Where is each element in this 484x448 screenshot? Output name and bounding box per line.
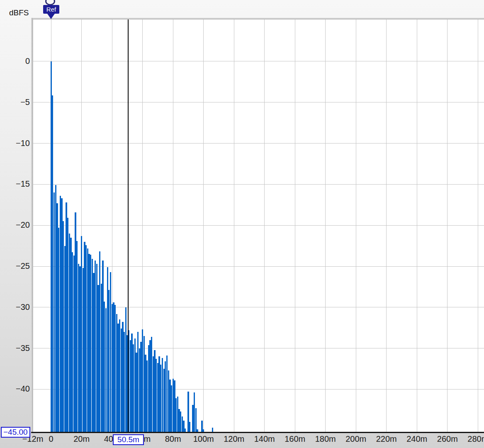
impulse-bar: [194, 392, 195, 432]
ref-marker-pointer-icon: [47, 14, 55, 19]
impulse-bar: [125, 307, 126, 432]
impulse-bar: [182, 416, 183, 432]
impulse-bar: [101, 284, 102, 432]
ref-marker-label: Ref: [46, 6, 56, 13]
impulse-bar: [110, 272, 111, 432]
impulse-bar: [93, 273, 94, 432]
impulse-bar: [151, 337, 152, 432]
impulse-bar: [177, 397, 178, 432]
impulse-bar: [175, 398, 177, 432]
impulse-bar: [76, 241, 78, 432]
y-tick-label: 0: [0, 56, 30, 66]
impulse-bar: [81, 236, 82, 432]
impulse-bar: [212, 428, 213, 432]
impulse-bar: [84, 242, 85, 432]
y-tick-label: −10: [0, 139, 30, 148]
impulse-bar: [131, 334, 132, 432]
impulse-bar: [173, 379, 174, 432]
impulse-bar: [121, 329, 122, 432]
impulse-bar: [139, 348, 140, 432]
impulse-bar: [195, 408, 197, 432]
impulse-bar: [178, 409, 180, 432]
impulse-bar: [51, 61, 52, 432]
y-tick-label: −15: [0, 179, 30, 189]
impulse-bar: [60, 196, 61, 432]
x-tick-label: 120m: [224, 434, 244, 444]
plot-area[interactable]: [33, 19, 484, 432]
x-axis-line: [31, 432, 484, 433]
impulse-bar: [92, 259, 93, 432]
impulse-bar: [169, 380, 170, 432]
impulse-bar: [201, 421, 202, 432]
impulse-bar: [124, 332, 125, 432]
x-tick-label: 80m: [165, 434, 181, 444]
impulse-bar: [61, 198, 62, 432]
impulse-bar: [88, 254, 90, 432]
impulse-bar: [160, 365, 161, 432]
impulse-bar: [64, 246, 66, 432]
x-tick-label: 260m: [437, 434, 458, 444]
impulse-bar: [145, 355, 146, 432]
impulse-bar: [67, 218, 68, 432]
y-tick-label: −35: [0, 343, 30, 353]
impulse-bar: [99, 251, 100, 432]
impulse-bar: [157, 363, 158, 432]
x-tick-label: 200m: [345, 434, 366, 444]
impulse-bar: [187, 392, 189, 432]
impulse-bar: [66, 202, 67, 432]
impulse-bar: [136, 353, 137, 432]
impulse-bar: [137, 332, 139, 432]
x-tick-label: 220m: [376, 434, 397, 444]
impulse-bar: [97, 285, 99, 432]
impulse-bar: [114, 305, 116, 432]
impulse-bar: [83, 268, 84, 432]
x-tick-label: 100m: [193, 434, 214, 444]
impulse-bar: [70, 238, 71, 432]
x-tick-label: 240m: [406, 434, 427, 444]
x-tick-label: 160m: [285, 434, 305, 444]
impulse-bar: [102, 261, 103, 432]
impulse-bar: [130, 340, 131, 432]
impulse-bar: [69, 234, 70, 432]
impulse-bar: [85, 245, 87, 432]
impulse-bar: [142, 329, 143, 432]
x-tick-label: 140m: [254, 434, 275, 444]
impulse-bar: [56, 203, 58, 432]
x-tick-label: 180m: [315, 434, 336, 444]
impulse-bar: [174, 380, 175, 432]
impulse-bar: [108, 290, 109, 432]
impulse-bar: [63, 221, 64, 432]
impulse-bar: [96, 264, 97, 432]
impulse-response-chart: [33, 19, 484, 432]
impulse-bar: [156, 359, 157, 432]
cursor-readout: 50.5m: [113, 434, 144, 445]
impulse-bar: [78, 264, 79, 432]
impulse-bar: [163, 369, 165, 432]
impulse-bar: [87, 248, 88, 432]
y-tick-label: −5: [0, 97, 30, 107]
impulse-bar: [73, 256, 75, 432]
impulse-bar: [119, 319, 120, 432]
impulse-bar: [162, 358, 163, 432]
impulse-bar: [168, 370, 169, 432]
impulse-bar: [158, 356, 160, 432]
y-axis-title: dBFS: [9, 8, 29, 17]
x-tick-label: 280m: [467, 434, 484, 444]
impulse-bar: [185, 429, 186, 432]
impulse-bar: [192, 405, 193, 432]
y-tick-label: −30: [0, 302, 30, 312]
impulse-bar: [140, 342, 141, 432]
impulse-bar: [134, 338, 136, 432]
graph-cursor-line[interactable]: [128, 19, 129, 432]
analyzer-screen: dBFS Ref 0−5−10−15−20−25−30−35−40 −12m02…: [0, 0, 484, 448]
level-readout: −45.00: [1, 427, 30, 438]
impulse-bar: [133, 344, 134, 432]
impulse-bar: [122, 322, 123, 432]
ref-marker[interactable]: Ref: [43, 5, 59, 14]
impulse-bar: [75, 212, 76, 432]
impulse-bar: [72, 252, 73, 432]
impulse-bar: [165, 361, 166, 432]
impulse-bar: [90, 255, 91, 432]
impulse-bar: [79, 266, 80, 432]
impulse-bar: [107, 267, 108, 432]
